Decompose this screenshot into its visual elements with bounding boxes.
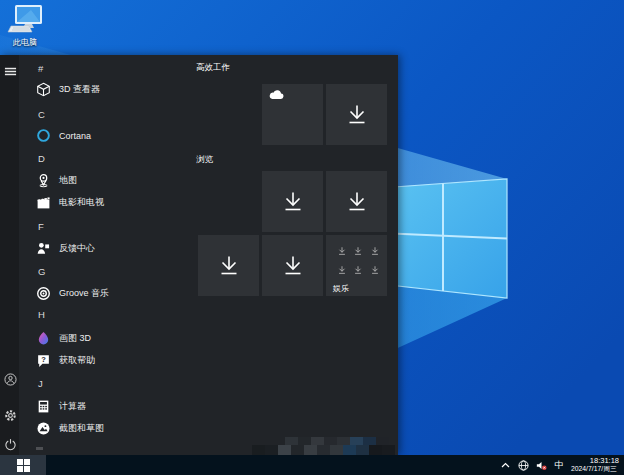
download-arrow-icon <box>353 246 363 256</box>
network-button[interactable] <box>516 458 530 472</box>
app-item-cutoff <box>36 447 43 450</box>
tile-pending-download-4[interactable] <box>198 235 259 296</box>
taskbar: 中 18:31:18 2024/7/17/周三 <box>0 455 624 475</box>
volume-button[interactable] <box>534 458 548 472</box>
this-pc-icon <box>5 4 45 36</box>
cube-icon <box>36 82 51 97</box>
clock-date: 2024/7/17/周三 <box>570 465 624 474</box>
app-item-feedback-hub[interactable]: 反馈中心 <box>28 238 188 259</box>
tile-pending-download-3[interactable] <box>326 171 387 232</box>
movies-tv-icon <box>36 195 51 210</box>
feedback-hub-icon <box>36 241 51 256</box>
menu-expand-button[interactable] <box>3 64 18 79</box>
download-arrow-icon <box>353 265 363 275</box>
map-pin-icon <box>36 173 51 188</box>
groove-music-icon <box>36 286 51 301</box>
globe-network-icon <box>518 460 529 471</box>
tile-pending-download-2[interactable] <box>262 171 323 232</box>
download-arrow-icon <box>345 103 369 127</box>
download-arrow-icon <box>370 246 380 256</box>
app-item-groove-music[interactable]: Groove 音乐 <box>28 283 188 304</box>
app-group-header[interactable]: D <box>28 148 188 169</box>
app-item-calculator[interactable]: 计算器 <box>28 396 188 417</box>
app-group-header[interactable]: F <box>28 216 188 237</box>
app-group-header[interactable]: G <box>28 261 188 282</box>
chevron-up-icon <box>500 460 511 471</box>
folder-tile-preview <box>334 241 383 279</box>
folder-tile-label: 娱乐 <box>333 283 381 294</box>
start-menu: # 3D 查看器 C Cortana D 地图 电影和电视 F 反馈中心 G G… <box>0 55 398 455</box>
speaker-muted-icon <box>536 460 547 471</box>
download-arrow-icon <box>217 254 241 278</box>
app-item-maps[interactable]: 地图 <box>28 170 188 191</box>
app-item-cortana[interactable]: Cortana <box>28 125 188 146</box>
app-group-header[interactable]: # <box>28 58 188 79</box>
app-item-snip-sketch[interactable]: 截图和草图 <box>28 418 188 439</box>
get-help-icon: ? <box>36 353 51 368</box>
download-arrow-icon <box>345 190 369 214</box>
app-item-paint-3d[interactable]: 画图 3D <box>28 328 188 349</box>
app-group-header[interactable]: J <box>28 373 188 394</box>
desktop-icon-label: 此电脑 <box>2 38 48 47</box>
system-tray: 中 18:31:18 2024/7/17/周三 <box>498 455 624 475</box>
svg-text:?: ? <box>41 355 46 364</box>
hamburger-icon <box>4 65 17 78</box>
power-icon <box>4 438 17 451</box>
app-item-get-help[interactable]: ? 获取帮助 <box>28 350 188 371</box>
gear-icon <box>4 409 17 422</box>
settings-button[interactable] <box>3 408 18 423</box>
taskbar-clock[interactable]: 18:31:18 2024/7/17/周三 <box>570 457 624 474</box>
windows-logo-wallpaper <box>380 179 507 298</box>
desktop-icon-this-pc[interactable]: 此电脑 <box>2 4 48 47</box>
download-arrow-icon <box>281 254 305 278</box>
censored-region <box>252 445 395 455</box>
app-group-header[interactable]: H <box>28 304 188 325</box>
onedrive-cloud-icon <box>268 89 284 100</box>
snip-sketch-icon <box>36 421 51 436</box>
download-arrow-icon <box>337 265 347 275</box>
download-arrow-icon <box>337 246 347 256</box>
app-group-header[interactable]: C <box>28 104 188 125</box>
paint-3d-icon <box>36 331 51 346</box>
download-arrow-icon <box>370 265 380 275</box>
tile-folder-entertainment[interactable]: 娱乐 <box>326 235 387 296</box>
start-button[interactable] <box>0 455 46 475</box>
calculator-icon <box>36 399 51 414</box>
download-arrow-icon <box>281 190 305 214</box>
tile-group-title-productivity[interactable]: 高效工作 <box>196 62 230 74</box>
tile-pending-download-1[interactable] <box>326 84 387 145</box>
keyboard-part <box>8 26 32 32</box>
power-button[interactable] <box>3 437 18 452</box>
app-item-movies-tv[interactable]: 电影和电视 <box>28 192 188 213</box>
tile-pending-download-5[interactable] <box>262 235 323 296</box>
clock-time: 18:31:18 <box>570 457 624 466</box>
windows-logo-icon <box>17 459 30 472</box>
ime-indicator[interactable]: 中 <box>552 459 566 472</box>
user-avatar-icon <box>4 373 17 386</box>
user-account-button[interactable] <box>3 372 18 387</box>
tray-chevron-button[interactable] <box>498 458 512 472</box>
start-menu-rail <box>0 55 19 455</box>
tile-onedrive[interactable] <box>262 84 323 145</box>
cortana-icon <box>36 128 51 143</box>
tile-group-title-explore[interactable]: 浏览 <box>196 154 213 166</box>
app-item-3d-viewer[interactable]: 3D 查看器 <box>28 79 188 100</box>
